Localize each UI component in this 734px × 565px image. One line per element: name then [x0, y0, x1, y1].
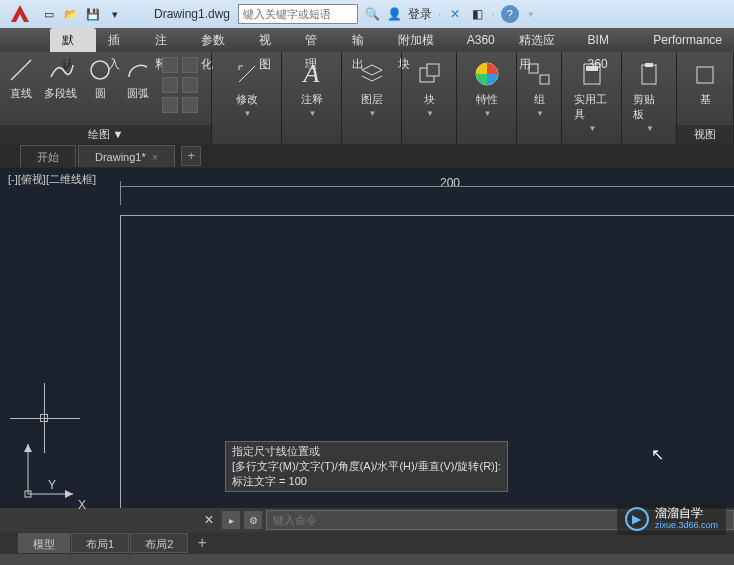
panel-title[interactable]: 视图: [677, 125, 733, 144]
svg-rect-3: [427, 64, 439, 76]
ucs-icon: [18, 434, 88, 504]
drawing-edge: [120, 215, 734, 216]
tool-modify[interactable]: 修改▼: [225, 56, 269, 120]
add-tab-button[interactable]: +: [181, 146, 201, 166]
draw-small-tools: [161, 56, 199, 114]
cmd-recent-icon[interactable]: ▸: [222, 511, 240, 529]
tool-label: 圆弧: [127, 86, 149, 101]
watermark: ▶ 溜溜自学 zixue.3d66.com: [617, 503, 726, 535]
ribbon-tab-strip: 默认 插入 注释 参数化 视图 管理 输出 附加模块 A360 精选应用 BIM…: [0, 28, 734, 52]
svg-rect-8: [586, 66, 598, 71]
ribbon-tab-output[interactable]: 输出: [340, 28, 386, 52]
ribbon-tab-featured[interactable]: 精选应用: [507, 28, 576, 52]
new-icon[interactable]: ▭: [40, 5, 58, 23]
tool-group[interactable]: 组▼: [517, 56, 561, 120]
panel-layer: 图层▼: [342, 52, 402, 144]
separator: ·: [438, 7, 441, 21]
layout-tab-layout2[interactable]: 布局2: [130, 533, 188, 553]
svg-rect-6: [540, 75, 549, 84]
binoculars-icon[interactable]: 🔍: [364, 6, 380, 22]
tool-block[interactable]: 块▼: [407, 56, 451, 120]
login-label[interactable]: 登录: [408, 6, 432, 23]
panel-utilities: 实用工具▼: [562, 52, 622, 144]
tool-arc[interactable]: 圆弧: [123, 56, 153, 101]
tool-layer[interactable]: 图层▼: [350, 56, 394, 120]
chevron-down-icon[interactable]: ▼: [527, 10, 535, 19]
panel-group: 组▼: [517, 52, 562, 144]
file-tab-start[interactable]: 开始: [20, 145, 76, 167]
ribbon-tab-manage[interactable]: 管理: [293, 28, 339, 52]
tool-clipboard[interactable]: 剪贴板▼: [627, 56, 671, 135]
exchange-icon[interactable]: ✕: [447, 6, 463, 22]
svg-rect-10: [645, 63, 653, 67]
ribbon-tab-default[interactable]: 默认: [50, 28, 96, 52]
small-tool[interactable]: [162, 77, 178, 93]
small-tool[interactable]: [162, 97, 178, 113]
block-icon: [413, 58, 445, 90]
chevron-down-icon: ▼: [536, 109, 544, 118]
tool-label: 多段线: [44, 86, 77, 101]
close-icon[interactable]: ×: [152, 146, 158, 168]
tool-label: 实用工具: [574, 92, 609, 122]
small-tool[interactable]: [182, 57, 198, 73]
ribbon-tab-parametric[interactable]: 参数化: [189, 28, 247, 52]
open-icon[interactable]: 📂: [62, 5, 80, 23]
tool-polyline[interactable]: 多段线: [44, 56, 77, 101]
arc-icon: [124, 56, 152, 84]
ribbon-tab-annotate[interactable]: 注释: [143, 28, 189, 52]
dropdown-icon[interactable]: ▾: [106, 5, 124, 23]
chevron-down-icon: ▼: [309, 109, 317, 118]
user-icon[interactable]: 👤: [386, 6, 402, 22]
layout-tab-model[interactable]: 模型: [18, 533, 70, 553]
dimension-text: 200: [440, 176, 460, 190]
cursor-icon: ↖: [651, 445, 664, 464]
help-icon[interactable]: ?: [501, 5, 519, 23]
command-tooltip: 指定尺寸线位置或 [多行文字(M)/文字(T)/角度(A)/水平(H)/垂直(V…: [225, 441, 508, 492]
chevron-down-icon: ▼: [244, 109, 252, 118]
tab-label: Drawing1*: [95, 146, 146, 168]
drawing-area[interactable]: [-][俯视][二维线框] 200 Y X 指定尺寸线位置或 [多行文字(M)/…: [0, 168, 734, 508]
ribbon-tab-bim360[interactable]: BIM 360: [576, 28, 642, 52]
ribbon-tab-insert[interactable]: 插入: [96, 28, 142, 52]
calculator-icon: [576, 58, 608, 90]
tool-label: 注释: [301, 92, 323, 107]
dimension-tick: [120, 181, 121, 205]
cmd-config-icon[interactable]: ⚙: [244, 511, 262, 529]
ribbon-tab-addins[interactable]: 附加模块: [386, 28, 455, 52]
save-icon[interactable]: 💾: [84, 5, 102, 23]
small-tool[interactable]: [182, 97, 198, 113]
document-title: Drawing1.dwg: [154, 7, 230, 21]
file-tab-drawing1[interactable]: Drawing1*×: [78, 145, 175, 167]
tool-label: 组: [534, 92, 545, 107]
chevron-down-icon: ▼: [369, 109, 377, 118]
small-tool[interactable]: [182, 77, 198, 93]
app-icon[interactable]: ◧: [469, 6, 485, 22]
chevron-down-icon: ▼: [426, 109, 434, 118]
small-tool[interactable]: [162, 57, 178, 73]
file-tab-bar: 开始 Drawing1*× +: [0, 144, 734, 168]
ribbon-tab-a360[interactable]: A360: [455, 28, 507, 52]
ribbon: 直线 多段线 圆 圆弧 绘图 ▼ 修改▼ A注释▼ 图层▼ 块▼ 特性▼ 组▼ …: [0, 52, 734, 144]
tool-annotate[interactable]: A注释▼: [290, 56, 334, 120]
tool-properties[interactable]: 特性▼: [465, 56, 509, 120]
app-logo[interactable]: [6, 0, 34, 28]
ucs-x-label: X: [78, 498, 86, 512]
tool-utilities[interactable]: 实用工具▼: [568, 56, 615, 135]
ribbon-tab-view[interactable]: 视图: [247, 28, 293, 52]
panel-title[interactable]: 绘图 ▼: [0, 125, 211, 144]
panel-draw: 直线 多段线 圆 圆弧 绘图 ▼: [0, 52, 212, 144]
tool-label: 图层: [361, 92, 383, 107]
title-bar: ▭ 📂 💾 ▾ Drawing1.dwg 🔍 👤 登录 · ✕ ◧ · ? ▼: [0, 0, 734, 28]
chevron-down-icon: ▼: [646, 124, 654, 133]
panel-clipboard: 剪贴板▼: [622, 52, 677, 144]
add-layout-button[interactable]: +: [193, 534, 211, 552]
tool-line[interactable]: 直线: [6, 56, 36, 101]
search-input[interactable]: [238, 4, 358, 24]
tool-circle[interactable]: 圆: [85, 56, 115, 101]
close-cmd-icon[interactable]: ×: [200, 511, 218, 529]
ribbon-tab-performance[interactable]: Performance: [641, 28, 734, 52]
layout-tab-layout1[interactable]: 布局1: [71, 533, 129, 553]
chevron-down-icon: ▼: [589, 124, 597, 133]
tool-base[interactable]: 基: [683, 56, 727, 109]
viewport-label[interactable]: [-][俯视][二维线框]: [8, 172, 96, 187]
